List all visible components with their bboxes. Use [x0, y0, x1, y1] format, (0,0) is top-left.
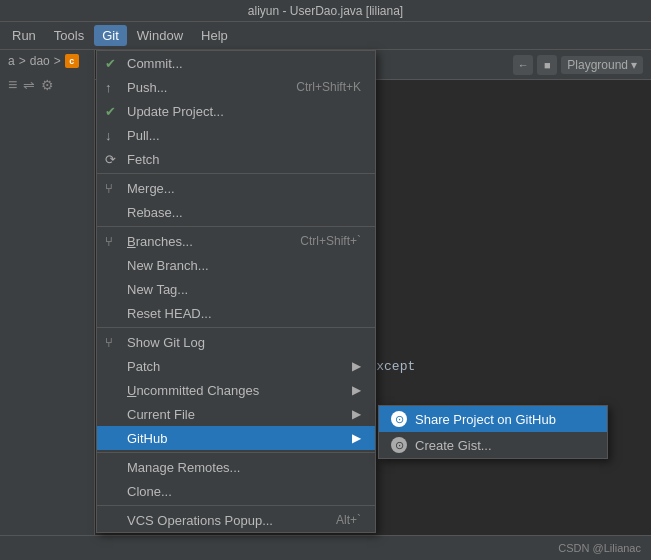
dd-push-label: Push...: [127, 80, 167, 95]
submenu-share[interactable]: ⊙ Share Project on GitHub: [379, 406, 607, 432]
dd-fetch-label: Fetch: [127, 152, 160, 167]
dd-push[interactable]: ↑ Push... Ctrl+Shift+K: [97, 75, 375, 99]
dd-push-shortcut: Ctrl+Shift+K: [296, 80, 361, 94]
dd-sep-5: [97, 505, 375, 506]
dd-current-file[interactable]: Current File ▶: [97, 402, 375, 426]
github-submenu: ⊙ Share Project on GitHub ⊙ Create Gist.…: [378, 405, 608, 459]
push-icon: ↑: [105, 80, 112, 95]
back-button[interactable]: ←: [513, 55, 533, 75]
menu-help[interactable]: Help: [193, 25, 236, 46]
dd-rebase[interactable]: Rebase...: [97, 200, 375, 224]
menu-run[interactable]: Run: [4, 25, 44, 46]
pull-icon: ↓: [105, 128, 112, 143]
dd-manage-remotes-label: Manage Remotes...: [127, 460, 240, 475]
dd-vcs-ops[interactable]: VCS Operations Popup... Alt+`: [97, 508, 375, 532]
breadcrumb-dao: dao: [30, 54, 50, 68]
status-text: CSDN @Lilianac: [558, 542, 641, 554]
arrows-icon[interactable]: ⇌: [23, 77, 35, 93]
dd-uncommitted-arrow: ▶: [352, 383, 361, 397]
settings-icon[interactable]: ⚙: [41, 77, 54, 93]
dd-new-tag-label: New Tag...: [127, 282, 188, 297]
dd-new-branch[interactable]: New Branch...: [97, 253, 375, 277]
dd-new-branch-label: New Branch...: [127, 258, 209, 273]
list-icon[interactable]: ≡: [8, 76, 17, 94]
dd-patch[interactable]: Patch ▶: [97, 354, 375, 378]
dd-vcs-ops-shortcut: Alt+`: [336, 513, 361, 527]
dd-clone[interactable]: Clone...: [97, 479, 375, 503]
breadcrumb-class-icon: c: [65, 54, 79, 68]
dd-show-git-log[interactable]: ⑂ Show Git Log: [97, 330, 375, 354]
dd-github[interactable]: GitHub ▶: [97, 426, 375, 450]
dd-commit-label: Commit...: [127, 56, 183, 71]
update-checkmark-icon: ✔: [105, 104, 116, 119]
dd-sep-2: [97, 226, 375, 227]
dd-branches[interactable]: ⑂ Branches... Ctrl+Shift+`: [97, 229, 375, 253]
title-text: aliyun - UserDao.java [liliana]: [248, 4, 403, 18]
branch-icon: ⑂: [105, 234, 113, 249]
checkmark-icon: ✔: [105, 56, 116, 71]
playground-dropdown[interactable]: Playground ▾: [561, 56, 643, 74]
dd-current-file-arrow: ▶: [352, 407, 361, 421]
dd-sep-3: [97, 327, 375, 328]
dd-fetch[interactable]: ⟳ Fetch: [97, 147, 375, 171]
dd-update[interactable]: ✔ Update Project...: [97, 99, 375, 123]
fetch-icon: ⟳: [105, 152, 116, 167]
run-toolbar: ← ■ Playground ▾: [505, 50, 651, 79]
dd-sep-1: [97, 173, 375, 174]
dd-merge-label: Merge...: [127, 181, 175, 196]
dd-uncommitted[interactable]: Uncommitted Changes ▶: [97, 378, 375, 402]
merge-icon: ⑂: [105, 181, 113, 196]
dd-manage-remotes[interactable]: Manage Remotes...: [97, 455, 375, 479]
menu-bar: Run Tools Git Window Help: [0, 22, 651, 50]
breadcrumb: a > dao > c: [0, 50, 94, 72]
left-toolbar: ≡ ⇌ ⚙: [0, 72, 94, 98]
dd-update-label: Update Project...: [127, 104, 224, 119]
dd-branches-label: Branches...: [127, 234, 193, 249]
github-share-icon: ⊙: [391, 411, 407, 427]
dropdown-arrow-icon: ▾: [631, 58, 637, 72]
menu-git[interactable]: Git: [94, 25, 127, 46]
menu-window[interactable]: Window: [129, 25, 191, 46]
dd-patch-label: Patch: [127, 359, 160, 374]
title-bar: aliyun - UserDao.java [liliana]: [0, 0, 651, 22]
dd-merge[interactable]: ⑂ Merge...: [97, 176, 375, 200]
dd-current-file-label: Current File: [127, 407, 195, 422]
git-dropdown: ✔ Commit... ↑ Push... Ctrl+Shift+K ✔ Upd…: [96, 50, 376, 533]
dd-reset-head[interactable]: Reset HEAD...: [97, 301, 375, 325]
dd-branches-shortcut: Ctrl+Shift+`: [300, 234, 361, 248]
dd-rebase-label: Rebase...: [127, 205, 183, 220]
git-log-icon: ⑂: [105, 335, 113, 350]
dd-github-arrow: ▶: [352, 431, 361, 445]
dd-pull-label: Pull...: [127, 128, 160, 143]
playground-label: Playground: [567, 58, 628, 72]
menu-tools[interactable]: Tools: [46, 25, 92, 46]
dd-commit[interactable]: ✔ Commit...: [97, 51, 375, 75]
dd-reset-head-label: Reset HEAD...: [127, 306, 212, 321]
dd-pull[interactable]: ↓ Pull...: [97, 123, 375, 147]
submenu-gist-label: Create Gist...: [415, 438, 492, 453]
dd-github-label: GitHub: [127, 431, 167, 446]
dd-sep-4: [97, 452, 375, 453]
stop-button[interactable]: ■: [537, 55, 557, 75]
dd-patch-arrow: ▶: [352, 359, 361, 373]
submenu-gist[interactable]: ⊙ Create Gist...: [379, 432, 607, 458]
dd-clone-label: Clone...: [127, 484, 172, 499]
github-gist-icon: ⊙: [391, 437, 407, 453]
breadcrumb-a: a: [8, 54, 15, 68]
dd-vcs-ops-label: VCS Operations Popup...: [127, 513, 273, 528]
dd-show-git-log-label: Show Git Log: [127, 335, 205, 350]
dd-uncommitted-label: Uncommitted Changes: [127, 383, 259, 398]
submenu-share-label: Share Project on GitHub: [415, 412, 556, 427]
status-bar: CSDN @Lilianac: [0, 535, 651, 560]
dd-new-tag[interactable]: New Tag...: [97, 277, 375, 301]
